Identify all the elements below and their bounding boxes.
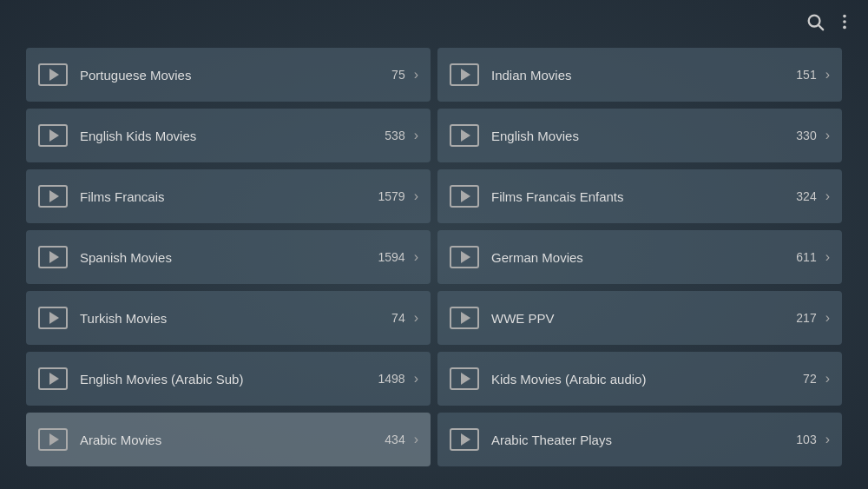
item-count: 1579 <box>378 189 405 203</box>
item-label: Arabic Movies <box>80 433 385 447</box>
play-icon <box>38 367 68 390</box>
play-icon <box>38 307 68 329</box>
play-icon <box>38 185 68 208</box>
item-label: Arabic Theater Plays <box>491 433 796 447</box>
item-label: German Movies <box>491 250 796 265</box>
play-icon <box>450 124 479 147</box>
search-icon[interactable] <box>806 12 825 36</box>
item-label: Indian Movies <box>491 68 796 83</box>
more-icon[interactable] <box>835 12 854 36</box>
svg-line-1 <box>819 25 823 30</box>
list-item-indian-movies[interactable]: Indian Movies 151 › <box>437 48 842 102</box>
header-actions <box>806 12 854 36</box>
play-icon <box>38 246 68 268</box>
play-icon <box>450 185 479 208</box>
item-count: 324 <box>796 189 816 203</box>
item-count: 611 <box>796 250 816 264</box>
item-count: 330 <box>796 129 816 142</box>
item-count: 217 <box>796 311 816 325</box>
list-item-kids-movies-arabic-audio[interactable]: Kids Movies (Arabic audio) 72 › <box>437 352 842 406</box>
item-label: WWE PPV <box>491 311 796 326</box>
list-item-german-movies[interactable]: German Movies 611 › <box>437 230 842 284</box>
list-item-arabic-movies[interactable]: Arabic Movies 434 › <box>26 413 431 466</box>
list-item-english-movies-arabic-sub[interactable]: English Movies (Arabic Sub) 1498 › <box>26 352 431 406</box>
movies-grid: Portuguese Movies 75 › Indian Movies 151… <box>0 48 868 475</box>
item-label: Turkish Movies <box>80 311 391 326</box>
item-label: Kids Movies (Arabic audio) <box>491 372 803 387</box>
chevron-right-icon: › <box>414 67 418 83</box>
item-count: 72 <box>803 372 817 386</box>
chevron-right-icon: › <box>825 128 830 143</box>
chevron-right-icon: › <box>825 432 830 447</box>
play-icon <box>450 246 479 268</box>
item-count: 1498 <box>378 372 405 386</box>
item-count: 538 <box>385 129 404 142</box>
chevron-right-icon: › <box>414 432 418 447</box>
item-label: English Movies (Arabic Sub) <box>80 372 378 387</box>
item-count: 103 <box>796 433 816 446</box>
play-icon <box>38 63 68 86</box>
item-count: 75 <box>391 68 405 82</box>
item-count: 74 <box>391 311 405 325</box>
play-icon <box>450 428 479 451</box>
play-icon <box>450 307 479 329</box>
play-icon <box>450 367 479 390</box>
item-label: Films Francais <box>80 189 378 204</box>
list-item-english-kids-movies[interactable]: English Kids Movies 538 › <box>26 109 431 162</box>
item-label: English Kids Movies <box>80 129 385 143</box>
chevron-right-icon: › <box>414 128 418 143</box>
chevron-right-icon: › <box>825 67 830 83</box>
list-item-arabic-theater-plays[interactable]: Arabic Theater Plays 103 › <box>437 413 842 466</box>
item-label: Spanish Movies <box>80 250 378 265</box>
chevron-right-icon: › <box>414 188 418 204</box>
item-count: 1594 <box>378 250 405 264</box>
item-count: 151 <box>796 68 816 82</box>
chevron-right-icon: › <box>825 371 830 387</box>
svg-point-2 <box>843 15 846 18</box>
item-count: 434 <box>385 433 404 446</box>
svg-point-4 <box>843 26 846 30</box>
chevron-right-icon: › <box>414 371 418 387</box>
list-item-spanish-movies[interactable]: Spanish Movies 1594 › <box>26 230 431 284</box>
list-item-wwe-ppv[interactable]: WWE PPV 217 › <box>437 291 842 345</box>
play-icon <box>38 428 68 451</box>
item-label: Portuguese Movies <box>80 68 391 83</box>
list-item-films-francais[interactable]: Films Francais 1579 › <box>26 169 431 223</box>
svg-point-3 <box>843 20 846 23</box>
chevron-right-icon: › <box>825 188 830 204</box>
item-label: English Movies <box>491 129 796 143</box>
play-icon <box>38 124 68 147</box>
item-label: Films Francais Enfants <box>491 189 796 204</box>
chevron-right-icon: › <box>825 310 830 326</box>
header <box>0 0 868 48</box>
list-item-turkish-movies[interactable]: Turkish Movies 74 › <box>26 291 431 345</box>
list-item-english-movies[interactable]: English Movies 330 › <box>437 109 842 162</box>
list-item-films-francais-enfants[interactable]: Films Francais Enfants 324 › <box>437 169 842 223</box>
chevron-right-icon: › <box>414 310 418 326</box>
chevron-right-icon: › <box>414 249 418 265</box>
chevron-right-icon: › <box>825 249 830 265</box>
play-icon <box>450 63 479 86</box>
list-item-portuguese-movies[interactable]: Portuguese Movies 75 › <box>26 48 431 102</box>
